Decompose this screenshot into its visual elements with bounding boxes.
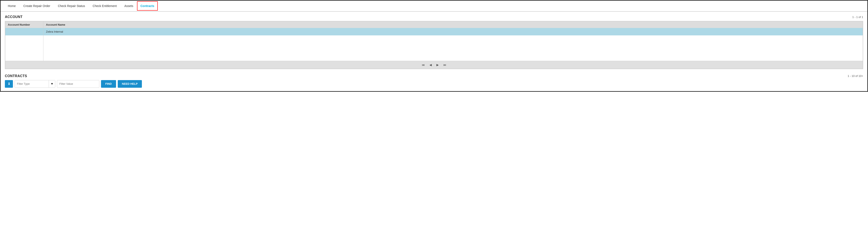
contracts-section-title: CONTRACTS (5, 74, 27, 78)
chevron-down-icon: ▼ (51, 82, 53, 85)
table-row (5, 35, 863, 44)
table-row (5, 44, 863, 52)
filter-value-input[interactable] (57, 80, 99, 88)
nav-bar: Home Create Repair Order Check Repair St… (1, 1, 867, 12)
account-section-header: ACCOUNT 1 - 1 of 1 (5, 15, 863, 19)
main-content: ACCOUNT 1 - 1 of 1 Account Number Accoun… (1, 12, 867, 91)
nav-item-home[interactable]: Home (4, 1, 20, 11)
download-button[interactable]: ⬇ (5, 80, 13, 88)
account-section-title: ACCOUNT (5, 15, 23, 19)
nav-item-contracts[interactable]: Contracts (137, 1, 158, 10)
contracts-filter-bar: ⬇ ▼ FIND NEED HELP (5, 80, 863, 88)
table-row (5, 52, 863, 61)
nav-item-create-repair-order[interactable]: Create Repair Order (20, 1, 54, 11)
contracts-pagination-info: 1 - 10 of 10+ (848, 74, 863, 78)
account-name-col-header: Account Name (43, 22, 863, 28)
last-page-button[interactable]: ⏭ (442, 63, 448, 67)
account-table-header: Account Number Account Name (5, 22, 863, 28)
nav-item-check-entitlement[interactable]: Check Entitlement (89, 1, 121, 11)
account-number-cell (5, 28, 43, 35)
prev-page-button[interactable]: ◀ (428, 63, 433, 67)
account-table-body: Zebra Internal (5, 28, 863, 61)
need-help-button[interactable]: NEED HELP (118, 80, 142, 88)
contracts-section-header: CONTRACTS 1 - 10 of 10+ (5, 74, 863, 78)
account-number-col-header: Account Number (5, 22, 43, 28)
contracts-section: CONTRACTS 1 - 10 of 10+ ⬇ ▼ FIND NEED HE… (5, 74, 863, 88)
nav-item-check-repair-status[interactable]: Check Repair Status (54, 1, 89, 11)
find-button[interactable]: FIND (101, 80, 116, 88)
account-table: Account Number Account Name Zebra Intern… (5, 21, 863, 61)
first-page-button[interactable]: ⏮ (421, 63, 426, 67)
account-pagination-controls: ⏮ ◀ ▶ ⏭ (5, 61, 863, 69)
table-row[interactable]: Zebra Internal (5, 28, 863, 35)
filter-type-input[interactable] (15, 80, 49, 88)
account-name-cell: Zebra Internal (43, 28, 863, 35)
filter-type-dropdown-button[interactable]: ▼ (49, 80, 55, 88)
account-pagination-info: 1 - 1 of 1 (852, 16, 863, 19)
nav-item-assets[interactable]: Assets (121, 1, 137, 11)
account-table-wrapper: Account Number Account Name Zebra Intern… (5, 21, 863, 69)
filter-type-wrapper: ▼ (14, 80, 55, 88)
next-page-button[interactable]: ▶ (435, 63, 440, 67)
